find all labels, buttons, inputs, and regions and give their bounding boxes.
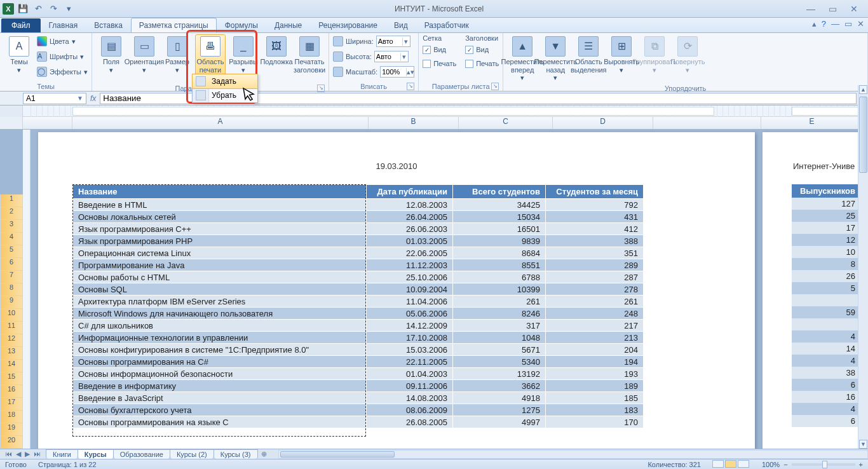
theme-effects[interactable]: ◯Эффекты▾	[37, 65, 88, 79]
sheet-tab[interactable]: Курсы (3)	[214, 449, 258, 459]
worksheet-area[interactable]: 1234567891011121314151617181920 19.03.20…	[0, 130, 868, 449]
fit-scale-input[interactable]	[381, 68, 406, 76]
background-button[interactable]: 🖼Подложка	[261, 34, 292, 68]
sheet-tab[interactable]: Книги	[46, 449, 78, 459]
select-all-corner[interactable]	[0, 117, 23, 129]
tab-page-layout[interactable]: Разметка страницы	[131, 18, 217, 32]
table-row[interactable]: Microsoft Windows для начинающего пользо…	[73, 308, 644, 320]
row-header[interactable]: 8	[0, 283, 23, 296]
table-row[interactable]: Основы информационной безопасности01.04.…	[73, 368, 644, 380]
tab-developer[interactable]: Разработчик	[416, 18, 477, 32]
fit-width[interactable]: Ширина:▾	[333, 34, 414, 48]
gridlines-print-check[interactable]: Печать	[423, 57, 456, 70]
send-backward-button[interactable]: ▼Переместить назад▾	[540, 34, 571, 84]
table-row[interactable]: 5	[792, 282, 860, 294]
vertical-scrollbar[interactable]: ▲ ▼	[858, 85, 868, 449]
pagesetup-dialog-launcher[interactable]: ↘	[317, 85, 325, 92]
theme-fonts[interactable]: AШрифты▾	[37, 50, 88, 64]
row-header[interactable]: 5	[0, 245, 23, 258]
row-header[interactable]: 10	[0, 309, 23, 322]
table-row[interactable]: 6	[792, 379, 860, 391]
table-row[interactable]: Основы конфигурирования в системе "1С:Пр…	[73, 344, 644, 356]
col-D[interactable]: D	[553, 117, 653, 129]
gridlines-view-check[interactable]: ✓Вид	[423, 43, 456, 56]
table-row[interactable]: 4	[792, 330, 860, 343]
table-row[interactable]: 6	[792, 415, 860, 427]
minimize-icon[interactable]: ―	[803, 4, 818, 14]
col-E[interactable]: E	[761, 117, 863, 129]
sheetopts-dialog-launcher[interactable]: ↘	[491, 83, 499, 90]
restore-icon[interactable]: ▭	[825, 4, 840, 14]
fx-icon[interactable]: fx	[90, 94, 96, 103]
align-button[interactable]: ⊞Выровнять▾	[606, 34, 637, 76]
row-header[interactable]: 16	[0, 385, 23, 398]
col-B[interactable]: B	[369, 117, 459, 129]
horizontal-scrollbar[interactable]	[278, 450, 868, 459]
view-pagebreak-icon[interactable]	[738, 460, 749, 468]
table-row[interactable]: Введение в HTML12.08.200334425792	[73, 199, 644, 211]
table-row[interactable]: Язык программирования C++26.06.200316501…	[73, 223, 644, 235]
group-button[interactable]: ⧉Группировать▾	[639, 34, 670, 76]
col-A[interactable]: A	[72, 117, 369, 129]
chevron-down-icon[interactable]: ▾	[402, 37, 410, 46]
row-header[interactable]: 14	[0, 360, 23, 372]
scroll-down-icon[interactable]: ▼	[859, 440, 867, 449]
qat-customize-icon[interactable]: ▾	[62, 3, 75, 15]
new-sheet-icon[interactable]: ⊕	[257, 450, 271, 458]
view-normal-icon[interactable]	[712, 460, 724, 468]
table-row[interactable]: Основы программирования на языке C26.08.…	[73, 416, 644, 428]
table-row[interactable]: Информационные технологии в управлении17…	[73, 332, 644, 344]
table-row[interactable]: Архитектура платформ IBM eServer zSeries…	[73, 296, 644, 308]
selection-pane-button[interactable]: ☰Область выделения	[573, 34, 604, 76]
row-header[interactable]: 13	[0, 347, 23, 360]
clear-print-area[interactable]: Убрать	[193, 88, 257, 102]
fit-width-input[interactable]	[377, 37, 402, 45]
table-row[interactable]: 10	[792, 246, 860, 258]
tab-home[interactable]: Главная	[41, 18, 86, 32]
hscroll-thumb[interactable]	[280, 451, 395, 458]
size-button[interactable]: ▯Размер▾	[162, 34, 193, 76]
row-header[interactable]: 9	[0, 296, 23, 309]
table-row[interactable]: 8	[792, 258, 860, 270]
tab-formulas[interactable]: Формулы	[217, 18, 266, 32]
zoom-in-icon[interactable]: +	[859, 461, 863, 468]
view-pagelayout-icon[interactable]	[725, 460, 736, 468]
redo-icon[interactable]: ↷	[47, 3, 60, 15]
col-C[interactable]: C	[459, 117, 553, 129]
row-header[interactable]: 4	[0, 233, 23, 245]
table-row[interactable]: Основы бухгалтерского учета08.06.2009127…	[73, 404, 644, 416]
table-row[interactable]: 12	[792, 234, 860, 246]
zoom-slider[interactable]	[792, 463, 855, 466]
orientation-button[interactable]: ▭Ориентация▾	[129, 34, 159, 76]
row-header[interactable]: 15	[0, 372, 23, 385]
table-row[interactable]: 26	[792, 270, 860, 282]
tab-nav-first-icon[interactable]: ⏮	[4, 450, 13, 458]
table-row[interactable]: 127	[792, 198, 860, 210]
tab-view[interactable]: Вид	[386, 18, 416, 32]
help-icon[interactable]: ?	[822, 19, 826, 29]
spinner-icon[interactable]: ▴▾	[406, 68, 414, 76]
table-row[interactable]: 4	[792, 355, 860, 367]
row-header[interactable]: 3	[0, 220, 23, 233]
row-header[interactable]: 2	[0, 207, 23, 220]
fit-dialog-launcher[interactable]: ↘	[407, 83, 414, 90]
table-row[interactable]: Основы локальных сетей26.04.200515034431	[73, 211, 644, 223]
row-header[interactable]: 6	[0, 258, 23, 271]
print-titles-button[interactable]: ▦Печатать заголовки	[294, 34, 325, 76]
sheet-tab[interactable]: Образование	[113, 449, 170, 459]
table-row[interactable]: 16	[792, 391, 860, 403]
row-header[interactable]: 17	[0, 398, 23, 411]
scroll-up-icon[interactable]: ▲	[859, 85, 867, 94]
row-header[interactable]: 1	[0, 194, 23, 207]
fit-height-input[interactable]	[375, 53, 400, 60]
close-icon[interactable]: ✕	[846, 4, 862, 14]
rotate-button[interactable]: ⟳Повернуть▾	[672, 34, 703, 76]
chevron-down-icon[interactable]: ▼	[77, 95, 83, 102]
chevron-down-icon[interactable]: ▾	[400, 53, 408, 61]
table-row[interactable]: 25	[792, 210, 860, 222]
doc-close-icon[interactable]: ✕	[857, 19, 864, 29]
save-icon[interactable]: 💾	[17, 3, 29, 15]
table-row[interactable]: 38	[792, 367, 860, 379]
table-row[interactable]: C# для школьников14.12.2009317217	[73, 320, 644, 332]
tab-review[interactable]: Рецензирование	[310, 18, 386, 32]
